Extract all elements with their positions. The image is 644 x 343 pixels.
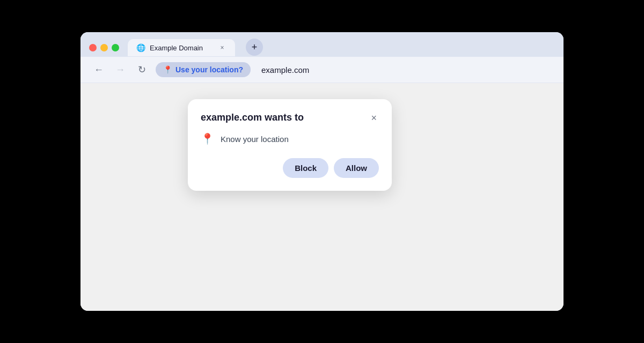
permission-popup: example.com wants to × 📍 Know your locat… xyxy=(188,99,392,191)
close-button[interactable] xyxy=(89,44,97,51)
popup-actions: Block Allow xyxy=(201,158,379,178)
new-tab-button[interactable]: + xyxy=(246,39,263,56)
popup-permission-row: 📍 Know your location xyxy=(201,132,379,145)
location-permission-pill[interactable]: 📍 Use your location? xyxy=(156,62,251,77)
tab-close-icon[interactable]: × xyxy=(218,43,226,52)
location-pin-icon: 📍 xyxy=(163,65,172,74)
page-content: example.com wants to × 📍 Know your locat… xyxy=(80,83,564,311)
permission-description: Know your location xyxy=(221,135,289,144)
reload-button[interactable]: ↻ xyxy=(134,62,149,77)
title-bar: 🌐 Example Domain × + xyxy=(80,32,564,57)
popup-title: example.com wants to xyxy=(201,112,304,123)
popup-close-button[interactable]: × xyxy=(369,112,379,124)
location-pill-label: Use your location? xyxy=(175,65,243,74)
tab-favicon-icon: 🌐 xyxy=(136,43,145,52)
traffic-lights xyxy=(89,44,119,51)
maximize-button[interactable] xyxy=(112,44,119,51)
popup-header: example.com wants to × xyxy=(201,112,379,124)
minimize-button[interactable] xyxy=(100,44,108,51)
browser-window: 🌐 Example Domain × + ← → ↻ 📍 Use your lo… xyxy=(80,32,564,311)
url-display[interactable]: example.com xyxy=(261,65,309,74)
forward-button[interactable]: → xyxy=(113,62,128,77)
block-button[interactable]: Block xyxy=(283,158,328,178)
location-icon: 📍 xyxy=(201,132,214,145)
navigation-bar: ← → ↻ 📍 Use your location? example.com xyxy=(80,57,564,83)
tab-title: Example Domain xyxy=(150,44,214,52)
back-button[interactable]: ← xyxy=(91,62,106,77)
active-tab[interactable]: 🌐 Example Domain × xyxy=(128,39,235,56)
allow-button[interactable]: Allow xyxy=(334,158,379,178)
